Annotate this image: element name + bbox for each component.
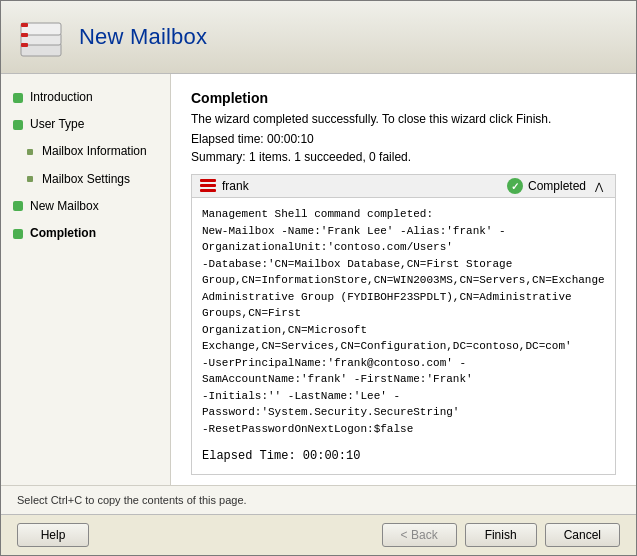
back-button[interactable]: < Back [382,523,457,547]
content-area: Completion The wizard completed successf… [171,74,636,485]
sidebar-item-mailbox-settings[interactable]: Mailbox Settings [1,166,170,193]
frank-completed-row: frank ✓ Completed ⋀ [191,174,616,198]
finish-button[interactable]: Finish [465,523,537,547]
sidebar-item-mailbox-information[interactable]: Mailbox Information [1,138,170,165]
frank-label: frank [222,179,249,193]
svg-rect-3 [21,23,28,27]
svg-rect-4 [21,33,28,37]
help-button[interactable]: Help [17,523,89,547]
sidebar: Introduction User Type Mailbox Informati… [1,74,171,485]
footer: Help < Back Finish Cancel [1,514,636,555]
cancel-button[interactable]: Cancel [545,523,620,547]
sidebar-item-user-type[interactable]: User Type [1,111,170,138]
content-title: Completion [191,90,616,106]
dialog: New Mailbox Introduction User Type Mailb… [0,0,637,556]
sidebar-item-introduction[interactable]: Introduction [1,84,170,111]
elapsed-line: Elapsed time: 00:00:10 [191,130,616,148]
summary-line: Summary: 1 items. 1 succeeded, 0 failed. [191,150,616,164]
command-output: Management Shell command completed: New-… [191,198,616,475]
sidebar-item-completion[interactable]: Completion [1,220,170,247]
wizard-success-line: The wizard completed successfully. To cl… [191,110,616,128]
command-text: Management Shell command completed: New-… [202,206,605,437]
completed-status: ✓ Completed ⋀ [507,178,607,194]
svg-rect-5 [21,43,28,47]
check-icon: ✓ [507,178,523,194]
completed-text: Completed [528,179,586,193]
frank-mailbox-icon [200,179,216,193]
bottom-bar: Select Ctrl+C to copy the contents of th… [1,485,636,514]
ctrl-hint: Select Ctrl+C to copy the contents of th… [17,494,620,506]
collapse-icon[interactable]: ⋀ [591,178,607,194]
elapsed-final: Elapsed Time: 00:00:10 [202,447,605,465]
sidebar-item-new-mailbox[interactable]: New Mailbox [1,193,170,220]
main-content: Introduction User Type Mailbox Informati… [1,74,636,485]
page-title: New Mailbox [79,24,207,50]
frank-row-left: frank [200,179,249,193]
title-bar: New Mailbox [1,1,636,74]
mailbox-wizard-icon [17,13,65,61]
